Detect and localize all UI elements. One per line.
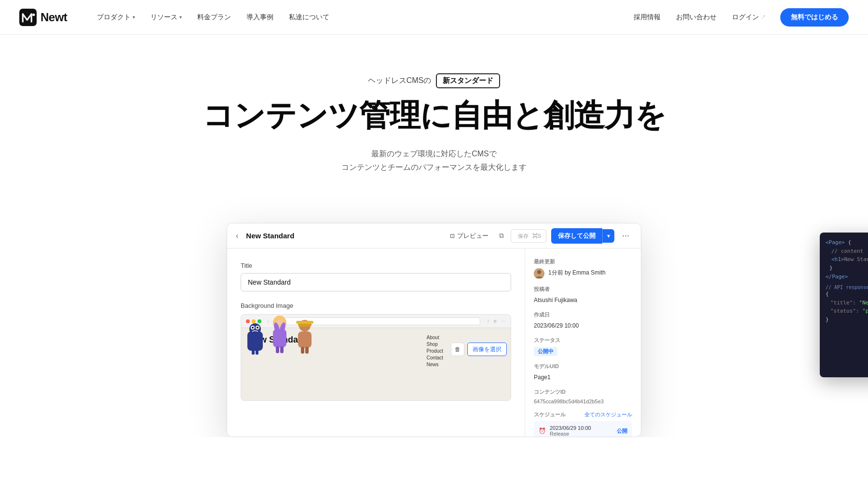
code-line-6: { <box>826 290 868 299</box>
schedule-status-badge: 公開 <box>617 427 627 435</box>
svg-rect-8 <box>252 350 255 355</box>
nav-item-careers[interactable]: 採用情報 <box>627 9 667 26</box>
nav-item-login[interactable]: ログイン ↗ <box>725 9 773 26</box>
cms-actions: ⊡ プレビュー ⧉ 保存 ⌘S 保存して公開 ▾ ··· <box>446 228 632 244</box>
nav-item-resources[interactable]: リソース ▾ <box>144 9 189 26</box>
cms-save-button[interactable]: 保存 ⌘S <box>511 229 546 243</box>
inner-page-content: New Standard About Shop Product Contact … <box>241 328 511 357</box>
avatar-icon <box>534 268 544 279</box>
mockup-container: ‹ New Standard ⊡ プレビュー ⧉ 保存 ⌘S 保存して公開 ▾ … <box>0 223 868 437</box>
svg-point-3 <box>249 323 261 335</box>
code-panel: <Page> { // content <h1>New Standard</h1… <box>820 233 868 377</box>
cms-back-button[interactable]: ‹ <box>236 232 238 240</box>
schedule-item: ⏰ 2023/06/29 10:00 Release 公開 <box>534 421 632 437</box>
nav-item-contact[interactable]: お問い合わせ <box>669 9 723 26</box>
svg-point-5 <box>252 327 254 329</box>
sidebar-status-label: ステータス <box>534 337 632 344</box>
sidebar-created-label: 作成日 <box>534 311 632 318</box>
code-line-2: // content <box>826 247 868 256</box>
select-image-button[interactable]: 画像を選択 <box>467 343 507 356</box>
cms-body: Title Background Image ‹ › <box>227 248 641 437</box>
sidebar-schedule-label: スケジュール <box>534 411 566 418</box>
nav-item-pricing[interactable]: 料金プラン <box>190 9 238 26</box>
nav-right: 採用情報 お問い合わせ ログイン ↗ 無料ではじめる <box>627 8 849 27</box>
code-line-4: } <box>826 264 868 273</box>
logo-link[interactable]: Newt <box>19 9 67 26</box>
cms-publish-group: 保存して公開 ▾ <box>551 228 614 244</box>
code-comment: // API response <box>826 285 868 290</box>
code-line-8: "status": "published" <box>826 307 868 316</box>
cms-content-title: New Standard <box>246 232 440 240</box>
cms-copy-icon[interactable]: ⧉ <box>497 230 506 242</box>
sidebar-model-uid-value: Page1 <box>534 373 632 382</box>
sidebar-content-id-value: 6475cca998bc5d4b41d2b5e3 <box>534 399 632 404</box>
cms-titlebar: ‹ New Standard ⊡ プレビュー ⧉ 保存 ⌘S 保存して公開 ▾ … <box>227 223 641 248</box>
svg-point-7 <box>257 327 258 329</box>
external-link-icon: ↗ <box>761 14 766 21</box>
nav-item-product[interactable]: プロダクト ▾ <box>90 9 142 26</box>
sidebar-schedule-header: スケジュール 全てのスケジュール <box>534 411 632 418</box>
schedule-name: Release <box>550 431 613 437</box>
svg-rect-9 <box>256 350 258 355</box>
logo-icon <box>19 9 37 26</box>
sidebar-created-value: 2023/06/29 10:00 <box>534 321 632 330</box>
hero-title: コンテンツ管理に自由と創造力を <box>19 98 849 134</box>
field-bg-label: Background Image <box>241 302 511 309</box>
svg-rect-13 <box>276 346 279 353</box>
schedule-date: 2023/06/29 10:00 <box>550 425 613 431</box>
sidebar-content-id-label: コンテンツID <box>534 388 632 396</box>
user-avatar <box>534 268 544 279</box>
sidebar-author-label: 投稿者 <box>534 286 632 293</box>
delete-image-button[interactable]: 🗑 <box>451 343 464 356</box>
resources-dropdown-icon: ▾ <box>179 14 182 20</box>
svg-rect-20 <box>298 331 312 348</box>
schedule-info: 2023/06/29 10:00 Release <box>550 425 613 437</box>
character-brown <box>294 319 315 357</box>
cms-publish-button[interactable]: 保存して公開 <box>551 228 602 244</box>
nav-item-cases[interactable]: 導入事例 <box>240 9 280 26</box>
field-title-label: Title <box>241 262 511 269</box>
svg-rect-0 <box>19 9 37 26</box>
cta-button[interactable]: 無料ではじめる <box>780 8 849 27</box>
image-actions: 🗑 画像を選択 <box>451 343 507 356</box>
trash-icon: 🗑 <box>455 346 461 353</box>
code-line-5: </Page> <box>826 273 868 281</box>
field-title-input[interactable] <box>241 273 511 291</box>
svg-point-24 <box>537 270 541 274</box>
sidebar-last-updated-label: 最終更新 <box>534 258 632 265</box>
hero-badge: 新スタンダード <box>436 73 500 88</box>
sidebar-model-uid-label: モデルUID <box>534 363 632 370</box>
all-schedules-link[interactable]: 全てのスケジュール <box>584 411 632 418</box>
code-line-3: <h1>New Standard</h1> <box>826 255 868 264</box>
cms-preview-button[interactable]: ⊡ プレビュー <box>446 229 492 243</box>
cms-main-panel: Title Background Image ‹ › <box>227 248 525 437</box>
hero-subtitle: 最新のウェブ環境に対応したCMSで コンテンツとチームのパフォーマンスを最大化し… <box>19 147 849 175</box>
header: Newt プロダクト ▾ リソース ▾ 料金プラン 導入事例 私達について 採用… <box>0 0 868 35</box>
nav-left: プロダクト ▾ リソース ▾ 料金プラン 導入事例 私達について <box>90 9 627 26</box>
schedule-clock-icon: ⏰ <box>539 427 546 434</box>
cms-publish-dropdown-button[interactable]: ▾ <box>602 229 614 243</box>
bg-image-upload-area[interactable]: ‹ › ↑ ⊕ ⋯ New Standard <box>241 314 511 401</box>
svg-point-1 <box>32 13 35 15</box>
inner-nav-news: News <box>427 362 443 367</box>
last-updated-value: 1分前 by Emma Smith <box>548 268 606 277</box>
svg-rect-19 <box>296 321 313 324</box>
hero-section: ヘッドレスCMSの 新スタンダード コンテンツ管理に自由と創造力を 最新のウェブ… <box>0 35 868 223</box>
svg-rect-21 <box>301 347 304 354</box>
nav-item-about[interactable]: 私達について <box>282 9 336 26</box>
product-dropdown-icon: ▾ <box>133 14 135 20</box>
hero-badge-prefix: ヘッドレスCMSの <box>368 76 432 86</box>
cms-more-button[interactable]: ··· <box>619 229 632 243</box>
cms-window: ‹ New Standard ⊡ プレビュー ⧉ 保存 ⌘S 保存して公開 ▾ … <box>227 223 641 437</box>
character-girl <box>268 316 291 357</box>
svg-rect-14 <box>280 346 284 353</box>
preview-icon: ⊡ <box>450 233 455 239</box>
sidebar-author-value: Atsushi Fujikawa <box>534 296 632 304</box>
character-bird <box>245 322 265 357</box>
code-line-1: <Page> { <box>826 238 868 247</box>
code-line-9: } <box>826 316 868 324</box>
sidebar-last-updated-row: 1分前 by Emma Smith <box>534 268 632 279</box>
cms-sidebar: 最終更新 1分前 by Emma Smith 投稿者 Atsushi Fujik… <box>525 248 641 437</box>
hero-badge-line: ヘッドレスCMSの 新スタンダード <box>19 73 849 88</box>
svg-rect-22 <box>305 347 309 354</box>
